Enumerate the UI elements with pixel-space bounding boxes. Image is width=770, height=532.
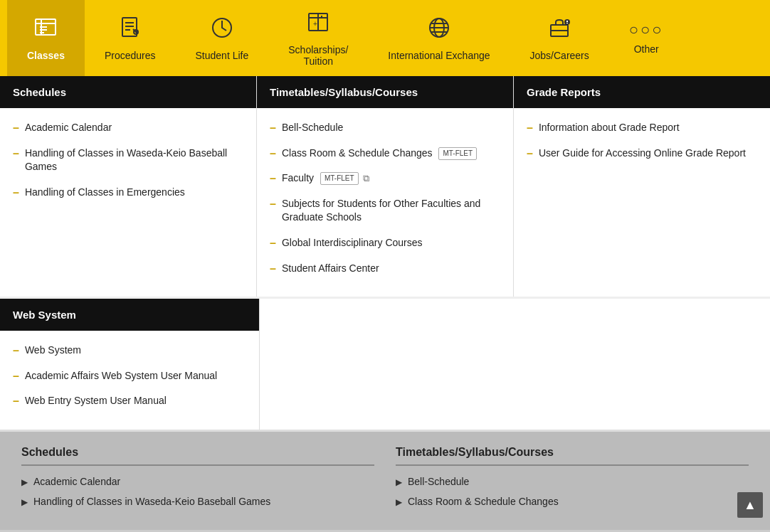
- item-text: Bell-Schedule: [408, 476, 469, 487]
- nav-label-student-life: Student Life: [196, 50, 249, 61]
- dash-icon: –: [13, 395, 19, 408]
- nav-item-classes[interactable]: Classes: [7, 0, 85, 76]
- web-system-panel: Web System – Web System – Academic Affai…: [0, 299, 260, 430]
- item-text: Subjects for Students for Other Facultie…: [282, 197, 500, 225]
- list-item[interactable]: ▶ Class Room & Schedule Changes: [396, 496, 749, 507]
- list-item[interactable]: ▶ Academic Calendar: [21, 476, 374, 487]
- item-text: User Guide for Accessing Online Grade Re…: [539, 147, 746, 161]
- list-item[interactable]: – Web System: [13, 344, 246, 358]
- dash-icon: –: [270, 198, 276, 211]
- dash-icon: –: [13, 344, 19, 357]
- dash-icon: –: [270, 147, 276, 160]
- nav-label-procedures: Procedures: [105, 50, 156, 61]
- list-item[interactable]: – Academic Affairs Web System User Manua…: [13, 369, 246, 383]
- panel-schedules: Schedules – Academic Calendar – Handling…: [0, 76, 257, 297]
- arrow-icon: ▶: [21, 497, 28, 507]
- item-text: Student Affairs Center: [282, 262, 379, 276]
- classes-icon: [33, 15, 58, 44]
- list-item[interactable]: – User Guide for Accessing Online Grade …: [527, 147, 757, 161]
- dropdown-panel: Schedules – Academic Calendar – Handling…: [0, 76, 770, 299]
- gray-col-schedules: Schedules ▶ Academic Calendar ▶ Handling…: [21, 446, 374, 516]
- item-text: Web System: [25, 344, 81, 358]
- list-item[interactable]: – Web Entry System User Manual: [13, 394, 246, 408]
- dash-icon: –: [270, 122, 276, 134]
- dash-icon: –: [13, 186, 19, 199]
- panel-timetables: Timetables/Syllabus/Courses – Bell-Sched…: [257, 76, 514, 297]
- list-item[interactable]: – Class Room & Schedule Changes MT-FLET: [270, 147, 500, 161]
- item-text: Bell-Schedule: [282, 121, 343, 135]
- list-item[interactable]: – Global Interdisciplinary Courses: [270, 236, 500, 250]
- panel-header-grade-reports: Grade Reports: [514, 76, 770, 108]
- back-to-top-button[interactable]: ▲: [737, 492, 763, 518]
- item-text: Handling of Classes in Waseda-Keio Baseb…: [33, 496, 270, 507]
- nav-item-procedures[interactable]: Procedures: [85, 0, 176, 76]
- item-text: Academic Affairs Web System User Manual: [25, 369, 217, 383]
- panel-header-schedules: Schedules: [0, 76, 256, 108]
- dash-icon: –: [270, 172, 276, 185]
- list-item[interactable]: – Information about Grade Report: [527, 121, 757, 135]
- item-text: Handling of Classes in Emergencies: [25, 186, 185, 200]
- web-system-section: Web System – Web System – Academic Affai…: [0, 299, 770, 432]
- item-text: Academic Calendar: [33, 476, 120, 487]
- mt-flet-badge-2: MT-FLET: [320, 172, 359, 185]
- panel-body-timetables: – Bell-Schedule – Class Room & Schedule …: [257, 108, 513, 297]
- nav-item-jobs[interactable]: Jobs/Careers: [510, 0, 609, 76]
- item-text: Global Interdisciplinary Courses: [282, 236, 423, 250]
- panel-body-grade-reports: – Information about Grade Report – User …: [514, 108, 770, 181]
- item-text: Web Entry System User Manual: [25, 394, 167, 408]
- list-item[interactable]: ▶ Handling of Classes in Waseda-Keio Bas…: [21, 496, 374, 507]
- list-item[interactable]: – Handling of Classes in Emergencies: [13, 186, 243, 200]
- other-icon: ○○○: [629, 22, 664, 38]
- nav-label-scholarships: Scholarships/ Tuition: [288, 44, 348, 67]
- gray-header-timetables: Timetables/Syllabus/Courses: [396, 446, 749, 466]
- international-icon: [426, 15, 452, 44]
- dash-icon: –: [527, 122, 533, 134]
- nav-label-classes: Classes: [27, 50, 65, 61]
- list-item[interactable]: – Academic Calendar: [13, 121, 243, 135]
- dash-icon: –: [270, 237, 276, 250]
- list-item[interactable]: ▶ Bell-Schedule: [396, 476, 749, 487]
- nav-label-jobs: Jobs/Careers: [530, 50, 589, 61]
- main-nav: Classes Procedures Student Life: [0, 0, 770, 76]
- panel-header-timetables: Timetables/Syllabus/Courses: [257, 76, 513, 108]
- scholarships-icon: +: [305, 9, 331, 38]
- nav-item-scholarships[interactable]: + Scholarships/ Tuition: [268, 0, 368, 76]
- empty-area: [260, 299, 770, 430]
- gray-col-timetables: Timetables/Syllabus/Courses ▶ Bell-Sched…: [396, 446, 749, 516]
- gray-header-schedules: Schedules: [21, 446, 374, 466]
- panel-grade-reports: Grade Reports – Information about Grade …: [514, 76, 770, 297]
- list-item[interactable]: – Student Affairs Center: [270, 262, 500, 276]
- list-item[interactable]: – Subjects for Students for Other Facult…: [270, 197, 500, 225]
- item-text: Academic Calendar: [25, 121, 112, 135]
- copy-icon[interactable]: ⧉: [363, 173, 369, 183]
- jobs-icon: [547, 15, 572, 44]
- web-system-body: – Web System – Academic Affairs Web Syst…: [0, 331, 259, 430]
- list-item[interactable]: – Bell-Schedule: [270, 121, 500, 135]
- arrow-icon: ▶: [396, 497, 402, 507]
- dash-icon: –: [13, 147, 19, 160]
- nav-label-other: Other: [634, 43, 659, 55]
- item-text: Handling of Classes in Waseda-Keio Baseb…: [25, 147, 243, 174]
- item-text: Information about Grade Report: [539, 121, 680, 135]
- panel-body-schedules: – Academic Calendar – Handling of Classe…: [0, 108, 256, 220]
- dash-icon: –: [270, 262, 276, 275]
- svg-text:+: +: [313, 20, 317, 28]
- mt-flet-badge: MT-FLET: [438, 147, 477, 160]
- gray-section: Schedules ▶ Academic Calendar ▶ Handling…: [0, 432, 770, 530]
- nav-item-international[interactable]: International Exchange: [368, 0, 510, 76]
- item-text: Class Room & Schedule Changes MT-FLET: [282, 147, 477, 161]
- arrow-icon: ▶: [396, 477, 402, 487]
- list-item[interactable]: – Handling of Classes in Waseda-Keio Bas…: [13, 147, 243, 174]
- dash-icon: –: [13, 370, 19, 383]
- web-system-header: Web System: [0, 299, 259, 331]
- item-text: Class Room & Schedule Changes: [408, 496, 559, 507]
- list-item[interactable]: – Faculty MT-FLET ⧉: [270, 171, 500, 186]
- nav-label-international: International Exchange: [388, 50, 490, 61]
- procedures-icon: [117, 15, 143, 44]
- nav-item-other[interactable]: ○○○ Other: [609, 0, 684, 76]
- student-life-icon: [209, 15, 235, 44]
- dash-icon: –: [13, 122, 19, 134]
- item-text: Faculty MT-FLET ⧉: [282, 171, 370, 186]
- nav-item-student-life[interactable]: Student Life: [176, 0, 269, 76]
- dash-icon: –: [527, 147, 533, 160]
